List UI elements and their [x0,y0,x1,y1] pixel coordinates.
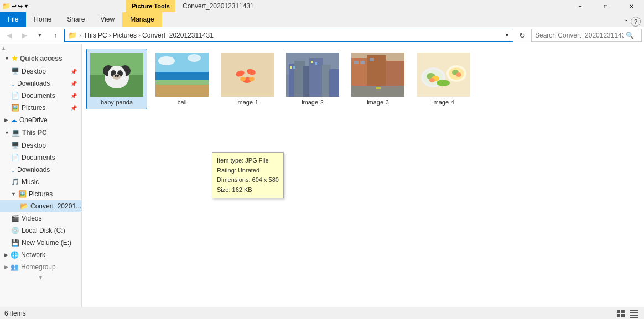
thumbnail-image-3 [351,53,404,97]
sidebar: ▲ ▼ ★ Quick access 🖥️ Desktop 📌 ↓ Downlo… [0,44,82,307]
svg-rect-63 [621,310,625,313]
sidebar-header-this-pc[interactable]: ▼ 💻 This PC [0,126,81,139]
sidebar-item-desktop-quick[interactable]: 🖥️ Desktop 📌 [0,65,81,77]
svg-point-56 [429,78,435,82]
file-name-image-4: image-4 [432,99,454,106]
dropdown-icon[interactable]: ▼ [24,3,29,9]
manage-tab[interactable]: Manage [122,12,162,27]
details-view-button[interactable] [629,308,640,319]
sidebar-item-onedrive[interactable]: ▶ ☁ OneDrive [0,114,81,126]
minimize-button[interactable]: − [568,0,593,12]
scroll-down-arrow[interactable]: ▼ [0,273,81,281]
share-tab[interactable]: Share [59,12,92,27]
folder-icon-small: 📁 [2,2,11,10]
svg-rect-49 [370,58,374,61]
chevron-pictures-pc: ▼ [11,191,16,197]
sidebar-item-documents-pc[interactable]: 📄 Documents [0,151,81,164]
videos-icon: 🎬 [11,215,19,222]
sidebar-item-pictures-quick[interactable]: 🖼️ Pictures 📌 [0,102,81,114]
svg-point-10 [117,75,119,77]
back-button[interactable]: ◀ [2,29,15,42]
help-icon[interactable]: ? [631,17,641,27]
sidebar-item-downloads-pc[interactable]: ↓ Downloads [0,164,81,176]
path-sep-2: › [138,32,141,39]
convert-folder-icon: 📂 [20,202,28,210]
grid-view-button[interactable] [615,308,626,319]
refresh-button[interactable]: ↻ [516,29,529,42]
minimize-ribbon-button[interactable]: ⌃ [621,17,631,27]
file-item-image-2[interactable]: image-2 [282,49,343,109]
scroll-up-arrow[interactable]: ▲ [0,44,81,52]
item-count: 6 items [4,310,26,317]
path-pictures[interactable]: Pictures [113,32,137,39]
svg-point-60 [456,72,461,77]
quick-access-star: ★ [12,55,18,62]
this-pc-icon: 💻 [12,129,20,137]
sidebar-item-music[interactable]: 🎵 Music [0,176,81,188]
file-tab[interactable]: File [0,12,26,27]
sidebar-item-homegroup[interactable]: ▶ 👥 Homegroup [0,261,81,273]
svg-rect-62 [617,310,620,313]
downloads-icon-quick: ↓ [11,79,15,88]
sidebar-item-videos[interactable]: 🎬 Videos [0,212,81,224]
network-icon: 🌐 [11,251,19,259]
file-name-image-3: image-3 [367,99,389,106]
svg-point-16 [188,54,201,62]
sidebar-item-new-volume[interactable]: 💾 New Volume (E:) [0,237,81,249]
main-layout: ▲ ▼ ★ Quick access 🖥️ Desktop 📌 ↓ Downlo… [0,44,644,307]
up-button[interactable]: ↑ [49,29,62,42]
file-item-image-1[interactable]: image-1 [217,49,278,109]
sidebar-item-convert-folder[interactable]: 📂 Convert_20201... [0,200,81,212]
onedrive-icon: ☁ [11,116,17,124]
sidebar-header-quick-access[interactable]: ▼ ★ Quick access [0,52,81,65]
file-name-baby-panda: baby-panda [101,99,133,106]
close-button[interactable]: ✕ [619,0,644,12]
status-view-controls [615,308,640,319]
sidebar-item-documents-quick[interactable]: 📄 Documents 📌 [0,90,81,102]
redo-icon[interactable]: ↪ [18,3,23,10]
svg-point-9 [115,75,117,77]
sidebar-item-desktop-pc[interactable]: 🖥️ Desktop [0,139,81,151]
status-bar: 6 items [0,307,644,319]
file-item-image-4[interactable]: image-4 [413,49,474,109]
window-controls: − □ ✕ [568,0,644,12]
path-this-pc[interactable]: This PC [84,32,107,39]
pin-icon-pictures: 📌 [70,105,77,111]
file-item-image-3[interactable]: image-3 [347,49,408,109]
svg-point-25 [240,77,246,81]
search-input[interactable] [535,32,624,39]
svg-point-15 [158,56,175,65]
file-item-baby-panda[interactable]: baby-panda [86,49,147,109]
svg-rect-64 [617,314,620,317]
thumbnail-image-4 [417,53,470,97]
undo-icon[interactable]: ↩ [12,3,17,10]
svg-point-26 [249,77,255,81]
search-icon: 🔍 [626,32,634,39]
file-grid: baby-panda [86,49,640,109]
thumbnail-baby-panda [90,53,143,97]
pictures-pc-icon: 🖼️ [18,190,27,198]
file-item-bali[interactable]: bali [152,49,212,109]
svg-rect-18 [155,85,209,97]
path-convert[interactable]: Convert_202012311431 [142,32,214,39]
chevron-this-pc: ▼ [4,130,9,135]
picture-tools-label: Picture Tools [126,0,175,12]
downloads-pc-icon: ↓ [11,165,15,174]
search-box[interactable]: 🔍 [531,29,642,42]
svg-rect-47 [354,61,359,64]
home-tab[interactable]: Home [26,12,59,27]
svg-rect-48 [360,61,365,64]
sidebar-item-network[interactable]: ▶ 🌐 Network [0,249,81,261]
maximize-button[interactable]: □ [593,0,619,12]
view-tab[interactable]: View [92,12,122,27]
sidebar-item-downloads-quick[interactable]: ↓ Downloads 📌 [0,77,81,90]
address-path[interactable]: 📁 › This PC › Pictures › Convert_2020123… [64,29,513,42]
forward-button[interactable]: ▶ [18,29,31,42]
sidebar-item-local-disk[interactable]: 💿 Local Disk (C:) [0,224,81,237]
documents-pc-icon: 📄 [11,154,19,161]
homegroup-icon: 👥 [11,263,19,271]
sidebar-item-pictures-pc[interactable]: ▼ 🖼️ Pictures [0,188,81,200]
path-dropdown[interactable]: ▼ [505,33,510,38]
pictures-icon-quick: 🖼️ [11,104,19,112]
dropdown-recent-button[interactable]: ▼ [33,29,46,42]
